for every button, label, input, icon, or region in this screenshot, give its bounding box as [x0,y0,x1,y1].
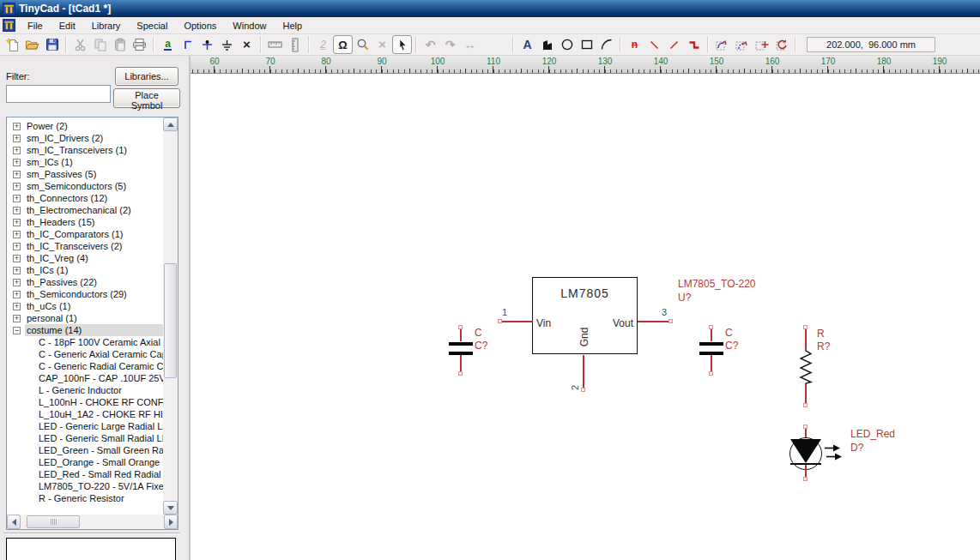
block-add-button[interactable] [752,35,771,54]
ic-name-label[interactable]: LM7805 [533,286,637,300]
tree-category-row[interactable]: th_Connectors (12) [7,192,163,204]
expand-icon[interactable] [13,183,21,190]
scroll-down-button[interactable] [163,501,178,515]
tree-category-row[interactable]: sm_Passives (5) [7,168,163,180]
schematic-canvas[interactable]: LM7805 Vin Vout Gnd LM7805_TO-220 U? 1 3… [191,74,980,560]
menu-item[interactable]: File [20,18,51,33]
tree-category-row[interactable]: costume (14) [7,324,163,336]
zoom-tool-icon[interactable] [353,35,372,54]
no-connect-tool-icon[interactable]: × [237,35,257,54]
block-import-button[interactable] [712,35,732,54]
tree-symbol-row[interactable]: R - Generic Resistor [7,492,163,504]
tree-symbol-row[interactable]: LED_Orange - Small Orange R [7,456,163,468]
tree-symbol-row[interactable]: LM7805_TO-220 - 5V/1A Fixe [7,480,163,492]
tree-symbol-row[interactable]: LED_Green - Small Green Rad [7,444,163,456]
menu-item[interactable]: Options [176,18,225,33]
annotate-tool-icon[interactable]: a [158,35,178,54]
expand-icon[interactable] [13,159,21,166]
ground-tool-icon[interactable] [217,35,237,54]
vertical-scroll-thumb[interactable] [164,263,177,378]
block-move-button[interactable] [732,35,752,54]
libraries-button[interactable]: Libraries... [115,67,178,86]
ic-ref-label[interactable]: U? [678,292,691,304]
tree-category-row[interactable]: Power (2) [7,120,163,132]
scroll-up-button[interactable] [163,117,178,131]
resistor-top-wire[interactable] [805,329,807,349]
tree-category-row[interactable]: th_Semiconductors (29) [7,288,163,300]
expand-icon[interactable] [13,219,21,226]
junction-tool-icon[interactable] [197,35,217,54]
tree-symbol-row[interactable]: C - Generic Radial Ceramic Ca [7,360,163,372]
resistor-bottom-wire[interactable] [805,385,807,404]
expand-icon[interactable] [13,123,21,130]
tree-symbol-row[interactable]: LED - Generic Small Radial LED [7,432,163,444]
swap-button[interactable]: ↔ [460,35,480,54]
block-rotate-button[interactable] [771,35,791,54]
tree-category-row[interactable]: th_IC_Transceivers (2) [7,240,163,252]
tree-category-row[interactable]: sm_ICs (1) [7,156,163,168]
print-button[interactable] [130,35,149,54]
expand-icon[interactable] [13,291,21,298]
expand-icon[interactable] [13,267,21,274]
bus-tool-icon[interactable] [684,35,704,54]
redo-button[interactable]: ↷ [440,35,460,54]
tree-symbol-row[interactable]: CAP_100nF - CAP .10UF 25V [7,372,163,384]
tree-category-row[interactable]: th_IC_Comparators (1) [7,228,163,240]
wire-pin2[interactable] [583,355,584,389]
resistor-ref-label[interactable]: R? [817,340,830,352]
tree-category-row[interactable]: th_IC_Vreg (4) [7,252,163,264]
expand-icon[interactable] [13,303,21,310]
pin-tool-icon[interactable]: n [625,35,644,54]
resistor-name-label[interactable]: R [817,328,825,340]
menu-item[interactable]: Edit [51,18,84,33]
cap-bottom-wire[interactable] [460,355,462,372]
tree-vertical-scrollbar[interactable] [163,117,178,515]
copy-button[interactable] [90,35,110,54]
rectangle-tool-icon[interactable] [577,35,596,54]
cap-bottom-wire[interactable] [711,355,712,372]
expand-icon[interactable] [13,207,21,214]
ic-lm7805-symbol[interactable]: LM7805 Vin Vout Gnd [532,277,638,354]
expand-icon[interactable] [13,279,21,286]
menu-item[interactable]: Special [129,18,176,33]
ellipse-tool-icon[interactable] [557,35,577,54]
tree-category-row[interactable]: th_Headers (15) [7,216,163,228]
delete-tool-icon[interactable]: × [372,35,392,54]
expand-icon[interactable] [13,231,21,238]
tree-horizontal-scrollbar[interactable] [7,515,178,529]
filter-input[interactable] [6,85,111,103]
resistor-symbol[interactable]: R R? [793,324,844,410]
cap-top-wire[interactable] [711,329,712,341]
cap-ref-label[interactable]: C? [725,340,738,352]
expand-icon[interactable] [13,243,21,250]
line-slash-tool-icon[interactable] [664,35,684,54]
expand-icon[interactable] [13,315,21,322]
polygon-tool-icon[interactable] [537,35,557,54]
tree-category-row[interactable]: sm_Semiconductors (5) [7,180,163,192]
cap-ref-label[interactable]: C? [475,340,487,352]
ic-part-label[interactable]: LM7805_TO-220 [678,278,756,290]
cut-button[interactable] [70,35,90,54]
horizontal-scroll-thumb[interactable] [27,515,80,528]
tree-symbol-row[interactable]: LED_Red - Small Red Radial LE [7,468,163,480]
undo-button[interactable]: ↶ [420,35,440,54]
wire-tool-icon[interactable] [178,35,197,54]
tree-category-row[interactable]: sm_IC_Drivers (2) [7,132,163,144]
line-backslash-tool-icon[interactable] [644,35,664,54]
cap-name-label[interactable]: C [475,327,482,339]
tree-category-row[interactable]: personal (1) [7,312,163,324]
power-tool-icon[interactable]: 2 [313,35,333,54]
arc-tool-icon[interactable] [596,35,616,54]
scroll-left-button[interactable] [7,515,21,529]
cap-top-wire[interactable] [460,329,462,341]
expand-icon[interactable] [13,147,21,154]
tree-category-row[interactable]: th_ICs (1) [7,264,163,276]
ruler-vertical-icon[interactable] [285,35,305,54]
select-tool-icon[interactable] [392,35,412,54]
ruler-horizontal-icon[interactable] [265,35,285,54]
new-button[interactable] [3,35,22,54]
scroll-right-button[interactable] [164,515,178,529]
tree-symbol-row[interactable]: C - Generic Axial Ceramic Cap [7,348,163,360]
save-button[interactable] [42,35,62,54]
tree-category-row[interactable]: th_Electromechanical (2) [7,204,163,216]
